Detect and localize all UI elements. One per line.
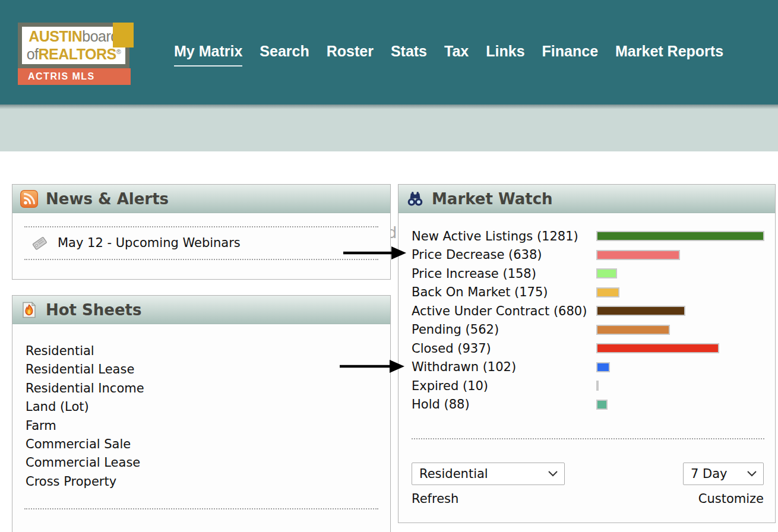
news-alerts-header: News & Alerts	[12, 185, 390, 213]
binoculars-icon	[406, 190, 424, 208]
market-watch-panel: Market Watch New Active Listings (1281) …	[398, 184, 776, 523]
abor-actris-logo[interactable]: AUSTINboard ofREALTORS® ACTRIS MLS	[18, 23, 134, 85]
nav-item[interactable]: Market Reports	[615, 43, 723, 66]
market-watch-row-label: New Active Listings (1281)	[412, 229, 596, 243]
market-watch-row: Back On Market (175)	[399, 283, 775, 302]
market-watch-bar	[596, 306, 685, 316]
nav-item-label: Market Reports	[615, 43, 723, 59]
category-select-wrap: Residential	[412, 463, 565, 485]
nav-item[interactable]: My Matrix	[174, 43, 242, 66]
market-watch-row: Withdrawn (102)	[399, 358, 775, 377]
separator	[412, 438, 764, 439]
tag-icon	[31, 234, 49, 252]
rss-icon	[20, 190, 38, 208]
market-watch-bar	[596, 400, 608, 410]
market-watch-row: Pending (562)	[399, 321, 775, 340]
logo-line-2: ofREALTORS®	[27, 44, 121, 62]
market-watch-row-label: Back On Market (175)	[412, 285, 596, 299]
hot-sheets-panel: Hot Sheets ResidentialResidential LeaseR…	[12, 295, 391, 532]
nav-item-label: Tax	[444, 43, 469, 59]
hot-sheet-item[interactable]: Commercial Lease	[26, 454, 390, 472]
hot-sheets-header: Hot Sheets	[12, 296, 390, 324]
news-alerts-title: News & Alerts	[46, 190, 169, 208]
hot-sheets-body: ResidentialResidential LeaseResidential …	[12, 324, 390, 532]
top-nav: My MatrixSearchRosterStatsTaxLinksFinanc…	[174, 43, 723, 66]
customize-link[interactable]: Customize	[698, 492, 764, 506]
market-watch-row-label: Price Decrease (638)	[412, 248, 596, 262]
market-watch-row: Closed (937)	[399, 339, 775, 358]
nav-item[interactable]: Stats	[391, 43, 427, 66]
top-bar: AUSTINboard ofREALTORS® ACTRIS MLS My Ma…	[0, 0, 778, 104]
market-watch-range-select[interactable]: 7 Day	[683, 463, 764, 485]
market-watch-row-label: Expired (10)	[412, 379, 596, 393]
separator	[24, 259, 378, 260]
hot-sheet-item[interactable]: Residential Income	[26, 379, 390, 398]
market-watch-chart: New Active Listings (1281) Price Decreas…	[399, 213, 775, 414]
hot-sheet-item[interactable]: Commercial Sale	[26, 435, 390, 454]
hot-sheets-list: ResidentialResidential LeaseResidential …	[12, 324, 390, 491]
hot-sheet-item[interactable]: Residential	[26, 342, 390, 360]
news-alerts-panel: News & Alerts May 12 - Upcoming Webinars	[12, 184, 391, 280]
nav-item-label: Links	[486, 43, 524, 59]
market-watch-row: Expired (10)	[399, 376, 775, 395]
market-watch-row-label: Price Increase (158)	[412, 267, 596, 281]
logo-line-1: AUSTINboard	[29, 28, 119, 44]
nav-item[interactable]: Finance	[542, 43, 598, 66]
hot-sheet-item[interactable]: Residential Lease	[26, 360, 390, 379]
market-watch-row: Active Under Contract (680)	[399, 302, 775, 321]
nav-item-label: My Matrix	[174, 43, 242, 59]
market-watch-category-select[interactable]: Residential	[412, 463, 565, 485]
speed-bar: ?	[0, 104, 778, 151]
market-watch-bar	[596, 343, 719, 353]
market-watch-row-label: Pending (562)	[412, 322, 596, 337]
news-item-label[interactable]: May 12 - Upcoming Webinars	[58, 236, 241, 250]
market-watch-bar	[596, 268, 617, 278]
logo-text: AUSTINboard ofREALTORS®	[22, 27, 125, 64]
nav-item[interactable]: Search	[260, 43, 309, 66]
market-watch-bar	[596, 381, 599, 391]
market-watch-links: Refresh Customize	[399, 489, 775, 507]
news-item[interactable]: May 12 - Upcoming Webinars	[31, 235, 241, 251]
nav-item-label: Stats	[391, 43, 427, 59]
market-watch-row-label: Withdrawn (102)	[412, 360, 596, 374]
market-watch-bar	[596, 287, 619, 297]
refresh-link[interactable]: Refresh	[412, 492, 458, 506]
hot-sheet-item[interactable]: Farm	[26, 417, 390, 435]
market-watch-row: Price Decrease (638)	[399, 246, 775, 265]
separator	[24, 508, 378, 509]
market-watch-body: New Active Listings (1281) Price Decreas…	[399, 213, 775, 522]
hot-sheets-title: Hot Sheets	[46, 301, 142, 319]
market-watch-row-label: Hold (88)	[412, 397, 596, 411]
market-watch-bar	[596, 250, 680, 260]
logo-gold-square	[113, 23, 134, 48]
flame-icon	[20, 301, 38, 319]
market-watch-bar	[596, 325, 670, 335]
market-watch-row-label: Active Under Contract (680)	[412, 304, 596, 318]
nav-item-label: Search	[260, 43, 309, 59]
matrix-dashboard-page: AUSTINboard ofREALTORS® ACTRIS MLS My Ma…	[0, 0, 778, 532]
market-watch-row-label: Closed (937)	[412, 341, 596, 356]
nav-item[interactable]: Links	[486, 43, 524, 66]
market-watch-controls: Residential 7 Day	[399, 463, 775, 485]
market-watch-bar	[596, 362, 610, 372]
market-watch-row: Hold (88)	[399, 395, 775, 414]
news-alerts-body: May 12 - Upcoming Webinars	[12, 213, 390, 279]
logo-subtitle: ACTRIS MLS	[18, 68, 131, 85]
hot-sheet-item[interactable]: Land (Lot)	[26, 398, 390, 416]
range-select-wrap: 7 Day	[683, 463, 764, 485]
market-watch-header: Market Watch	[399, 185, 775, 213]
nav-item-label: Finance	[542, 43, 598, 59]
market-watch-row: New Active Listings (1281)	[399, 227, 775, 246]
hot-sheet-item[interactable]: Cross Property	[26, 473, 390, 491]
market-watch-title: Market Watch	[432, 190, 553, 208]
nav-item[interactable]: Roster	[327, 43, 374, 66]
market-watch-bar	[596, 231, 764, 241]
nav-item[interactable]: Tax	[444, 43, 469, 66]
market-watch-row: Price Increase (158)	[399, 264, 775, 283]
separator	[24, 226, 378, 227]
nav-item-label: Roster	[327, 43, 374, 59]
